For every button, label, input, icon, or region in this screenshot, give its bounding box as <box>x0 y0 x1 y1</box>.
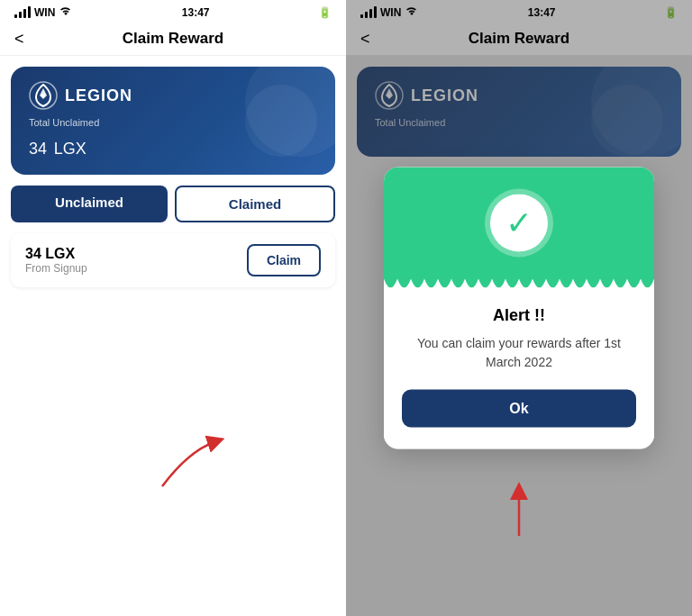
time-label: 13:47 <box>182 6 210 19</box>
tab-claimed[interactable]: Claimed <box>175 186 335 222</box>
card-subtitle-left: Total Unclaimed <box>29 117 317 128</box>
battery-icon: 🔋 <box>318 6 332 19</box>
tab-row-left: Unclaimed Claimed <box>11 186 335 222</box>
alert-message: You can claim your rewards after 1st Mar… <box>402 334 636 372</box>
scallop-edge <box>384 279 654 297</box>
left-phone-screen: WIN 13:47 🔋 < Claim Reward LEGION Total … <box>0 0 346 616</box>
red-arrow-ok <box>492 477 546 544</box>
signal-icon <box>14 6 31 18</box>
reward-item: 34 LGX From Signup Claim <box>11 233 335 287</box>
svg-point-1 <box>41 94 45 97</box>
wifi-icon <box>59 5 73 19</box>
reward-amount: 34 LGX <box>25 246 87 262</box>
alert-top-section: ✓ <box>384 168 654 288</box>
alert-title: Alert !! <box>402 306 636 325</box>
alert-body: Alert !! You can claim your rewards afte… <box>384 288 654 449</box>
alert-modal: ✓ Alert !! You can claim your rewards af… <box>384 168 654 449</box>
red-arrow-claim <box>153 414 234 499</box>
back-button-left[interactable]: < <box>14 30 24 49</box>
legion-logo-icon <box>29 81 58 110</box>
checkmark-icon: ✓ <box>505 207 533 240</box>
card-amount-left: 34 LGX <box>29 131 317 160</box>
left-status-bar: WIN 13:47 🔋 <box>0 0 346 23</box>
success-circle: ✓ <box>490 195 548 252</box>
reward-source: From Signup <box>25 262 87 275</box>
ok-button[interactable]: Ok <box>402 390 636 428</box>
page-title-left: Claim Reward <box>123 30 223 48</box>
tab-unclaimed[interactable]: Unclaimed <box>11 186 168 222</box>
legion-card-left: LEGION Total Unclaimed 34 LGX <box>11 67 335 175</box>
right-phone-screen: WIN 13:47 🔋 < Claim Reward LEGION Total … <box>346 0 692 616</box>
left-nav-header: < Claim Reward <box>0 23 346 56</box>
legion-brand-name: LEGION <box>65 86 132 105</box>
carrier-label: WIN <box>34 6 55 19</box>
claim-button[interactable]: Claim <box>247 244 321 276</box>
